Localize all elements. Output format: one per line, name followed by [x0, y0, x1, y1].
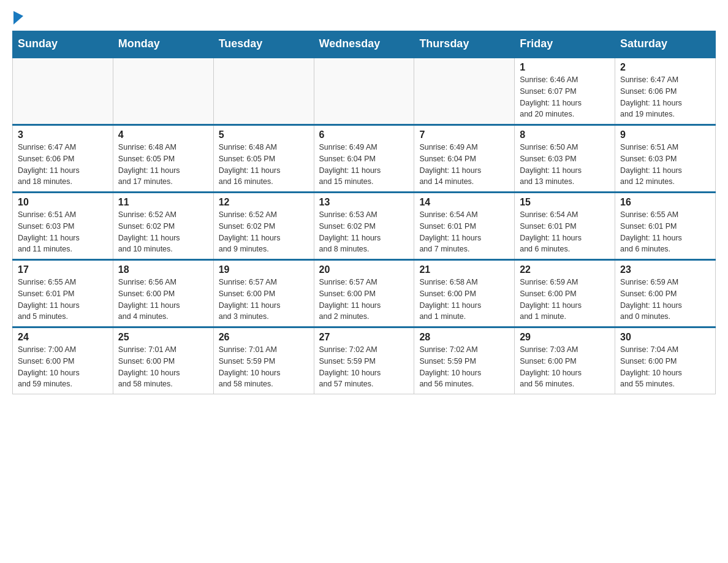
- weekday-header-row: SundayMondayTuesdayWednesdayThursdayFrid…: [13, 31, 716, 58]
- day-info: Sunrise: 6:47 AMSunset: 6:06 PMDaylight:…: [18, 142, 108, 188]
- day-info: Sunrise: 7:03 AMSunset: 6:00 PMDaylight:…: [520, 344, 610, 390]
- weekday-header-saturday: Saturday: [615, 31, 716, 58]
- calendar-day-18: 18Sunrise: 6:56 AMSunset: 6:00 PMDayligh…: [113, 260, 213, 327]
- logo: [12, 12, 27, 25]
- calendar-day-9: 9Sunrise: 6:51 AMSunset: 6:03 PMDaylight…: [615, 125, 716, 193]
- day-number: 5: [219, 129, 309, 140]
- calendar-day-26: 26Sunrise: 7:01 AMSunset: 5:59 PMDayligh…: [213, 327, 314, 394]
- day-number: 6: [319, 129, 409, 140]
- calendar-day-20: 20Sunrise: 6:57 AMSunset: 6:00 PMDayligh…: [314, 260, 414, 327]
- day-info: Sunrise: 6:49 AMSunset: 6:04 PMDaylight:…: [319, 142, 409, 188]
- weekday-header-sunday: Sunday: [13, 31, 113, 58]
- calendar-day-21: 21Sunrise: 6:58 AMSunset: 6:00 PMDayligh…: [414, 260, 515, 327]
- day-number: 10: [18, 197, 108, 208]
- calendar-table: SundayMondayTuesdayWednesdayThursdayFrid…: [12, 31, 716, 394]
- day-number: 2: [620, 62, 710, 73]
- day-info: Sunrise: 7:04 AMSunset: 6:00 PMDaylight:…: [620, 344, 710, 390]
- calendar-day-1: 1Sunrise: 6:46 AMSunset: 6:07 PMDaylight…: [515, 58, 615, 125]
- calendar-day-16: 16Sunrise: 6:55 AMSunset: 6:01 PMDayligh…: [615, 193, 716, 260]
- day-info: Sunrise: 6:52 AMSunset: 6:02 PMDaylight:…: [219, 209, 309, 255]
- day-info: Sunrise: 7:01 AMSunset: 5:59 PMDaylight:…: [219, 344, 309, 390]
- day-number: 29: [520, 332, 610, 343]
- day-info: Sunrise: 6:57 AMSunset: 6:00 PMDaylight:…: [219, 277, 309, 323]
- page-header: [12, 12, 716, 25]
- day-info: Sunrise: 6:57 AMSunset: 6:00 PMDaylight:…: [319, 277, 409, 323]
- day-number: 17: [18, 264, 108, 275]
- calendar-day-11: 11Sunrise: 6:52 AMSunset: 6:02 PMDayligh…: [113, 193, 213, 260]
- day-info: Sunrise: 6:49 AMSunset: 6:04 PMDaylight:…: [419, 142, 509, 188]
- day-number: 27: [319, 332, 409, 343]
- calendar-empty-cell: [314, 58, 414, 125]
- day-number: 7: [419, 129, 509, 140]
- day-number: 21: [419, 264, 509, 275]
- day-number: 18: [118, 264, 208, 275]
- calendar-day-25: 25Sunrise: 7:01 AMSunset: 6:00 PMDayligh…: [113, 327, 213, 394]
- calendar-empty-cell: [213, 58, 314, 125]
- day-number: 28: [419, 332, 509, 343]
- weekday-header-thursday: Thursday: [414, 31, 515, 58]
- calendar-body: 1Sunrise: 6:46 AMSunset: 6:07 PMDaylight…: [13, 58, 716, 394]
- day-info: Sunrise: 6:50 AMSunset: 6:03 PMDaylight:…: [520, 142, 610, 188]
- calendar-day-10: 10Sunrise: 6:51 AMSunset: 6:03 PMDayligh…: [13, 193, 113, 260]
- day-info: Sunrise: 6:48 AMSunset: 6:05 PMDaylight:…: [219, 142, 309, 188]
- calendar-day-27: 27Sunrise: 7:02 AMSunset: 5:59 PMDayligh…: [314, 327, 414, 394]
- day-info: Sunrise: 6:58 AMSunset: 6:00 PMDaylight:…: [419, 277, 509, 323]
- weekday-header-monday: Monday: [113, 31, 213, 58]
- day-number: 20: [319, 264, 409, 275]
- calendar-week-1: 1Sunrise: 6:46 AMSunset: 6:07 PMDaylight…: [13, 58, 716, 125]
- day-number: 14: [419, 197, 509, 208]
- day-info: Sunrise: 6:54 AMSunset: 6:01 PMDaylight:…: [520, 209, 610, 255]
- calendar-day-14: 14Sunrise: 6:54 AMSunset: 6:01 PMDayligh…: [414, 193, 515, 260]
- day-number: 30: [620, 332, 710, 343]
- calendar-week-2: 3Sunrise: 6:47 AMSunset: 6:06 PMDaylight…: [13, 125, 716, 193]
- weekday-header-friday: Friday: [515, 31, 615, 58]
- calendar-day-6: 6Sunrise: 6:49 AMSunset: 6:04 PMDaylight…: [314, 125, 414, 193]
- day-info: Sunrise: 7:02 AMSunset: 5:59 PMDaylight:…: [319, 344, 409, 390]
- day-number: 15: [520, 197, 610, 208]
- svg-marker-0: [13, 11, 23, 25]
- day-number: 8: [520, 129, 610, 140]
- day-info: Sunrise: 6:47 AMSunset: 6:06 PMDaylight:…: [620, 74, 710, 120]
- day-number: 25: [118, 332, 208, 343]
- day-number: 23: [620, 264, 710, 275]
- calendar-day-22: 22Sunrise: 6:59 AMSunset: 6:00 PMDayligh…: [515, 260, 615, 327]
- calendar-week-3: 10Sunrise: 6:51 AMSunset: 6:03 PMDayligh…: [13, 193, 716, 260]
- day-number: 19: [219, 264, 309, 275]
- calendar-day-2: 2Sunrise: 6:47 AMSunset: 6:06 PMDaylight…: [615, 58, 716, 125]
- day-number: 4: [118, 129, 208, 140]
- day-info: Sunrise: 6:56 AMSunset: 6:00 PMDaylight:…: [118, 277, 208, 323]
- day-info: Sunrise: 6:51 AMSunset: 6:03 PMDaylight:…: [620, 142, 710, 188]
- calendar-empty-cell: [113, 58, 213, 125]
- calendar-week-4: 17Sunrise: 6:55 AMSunset: 6:01 PMDayligh…: [13, 260, 716, 327]
- day-info: Sunrise: 7:00 AMSunset: 6:00 PMDaylight:…: [18, 344, 108, 390]
- day-number: 13: [319, 197, 409, 208]
- calendar-day-28: 28Sunrise: 7:02 AMSunset: 5:59 PMDayligh…: [414, 327, 515, 394]
- day-number: 24: [18, 332, 108, 343]
- calendar-empty-cell: [13, 58, 113, 125]
- day-info: Sunrise: 6:55 AMSunset: 6:01 PMDaylight:…: [18, 277, 108, 323]
- calendar-header: SundayMondayTuesdayWednesdayThursdayFrid…: [13, 31, 716, 58]
- calendar-empty-cell: [414, 58, 515, 125]
- calendar-day-19: 19Sunrise: 6:57 AMSunset: 6:00 PMDayligh…: [213, 260, 314, 327]
- calendar-day-12: 12Sunrise: 6:52 AMSunset: 6:02 PMDayligh…: [213, 193, 314, 260]
- calendar-day-30: 30Sunrise: 7:04 AMSunset: 6:00 PMDayligh…: [615, 327, 716, 394]
- day-number: 1: [520, 62, 610, 73]
- day-info: Sunrise: 6:48 AMSunset: 6:05 PMDaylight:…: [118, 142, 208, 188]
- day-info: Sunrise: 6:59 AMSunset: 6:00 PMDaylight:…: [620, 277, 710, 323]
- calendar-day-3: 3Sunrise: 6:47 AMSunset: 6:06 PMDaylight…: [13, 125, 113, 193]
- calendar-day-5: 5Sunrise: 6:48 AMSunset: 6:05 PMDaylight…: [213, 125, 314, 193]
- calendar-week-5: 24Sunrise: 7:00 AMSunset: 6:00 PMDayligh…: [13, 327, 716, 394]
- day-info: Sunrise: 6:54 AMSunset: 6:01 PMDaylight:…: [419, 209, 509, 255]
- day-number: 12: [219, 197, 309, 208]
- day-info: Sunrise: 6:52 AMSunset: 6:02 PMDaylight:…: [118, 209, 208, 255]
- day-info: Sunrise: 7:02 AMSunset: 5:59 PMDaylight:…: [419, 344, 509, 390]
- day-info: Sunrise: 6:59 AMSunset: 6:00 PMDaylight:…: [520, 277, 610, 323]
- day-number: 9: [620, 129, 710, 140]
- day-info: Sunrise: 6:51 AMSunset: 6:03 PMDaylight:…: [18, 209, 108, 255]
- logo-arrow-icon: [13, 11, 27, 25]
- calendar-day-8: 8Sunrise: 6:50 AMSunset: 6:03 PMDaylight…: [515, 125, 615, 193]
- calendar-day-4: 4Sunrise: 6:48 AMSunset: 6:05 PMDaylight…: [113, 125, 213, 193]
- day-number: 22: [520, 264, 610, 275]
- calendar-day-29: 29Sunrise: 7:03 AMSunset: 6:00 PMDayligh…: [515, 327, 615, 394]
- calendar-day-23: 23Sunrise: 6:59 AMSunset: 6:00 PMDayligh…: [615, 260, 716, 327]
